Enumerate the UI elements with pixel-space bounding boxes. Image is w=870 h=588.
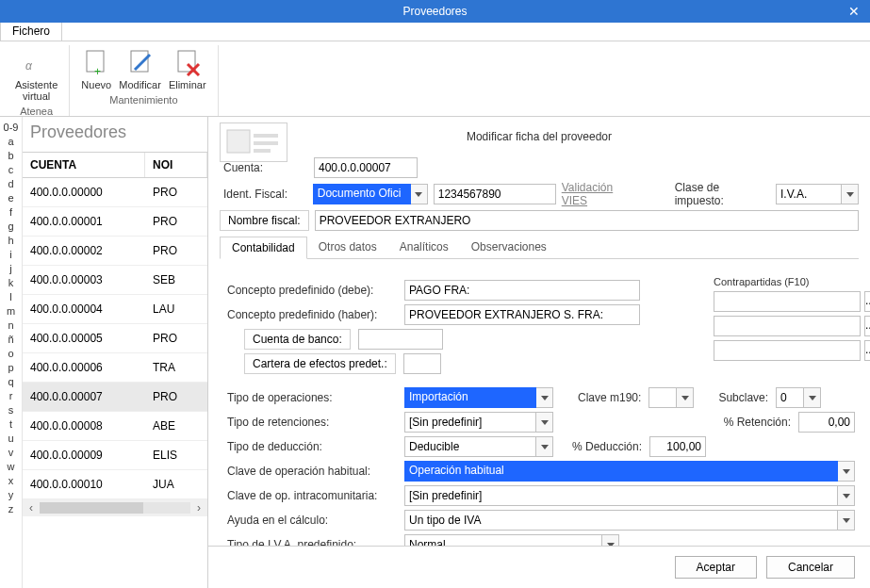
cancelar-button[interactable]: Cancelar	[766, 556, 855, 579]
banco-input[interactable]	[358, 329, 443, 350]
chevron-down-icon[interactable]	[838, 461, 855, 482]
aceptar-button[interactable]: Aceptar	[675, 556, 757, 579]
chevron-down-icon[interactable]	[677, 387, 694, 408]
table-row[interactable]: 400.0.0.00000PRO	[23, 178, 207, 207]
lbl-m190: Clave m190:	[578, 391, 641, 404]
nuevo-button[interactable]: + Nuevo	[77, 45, 115, 92]
alpha-a[interactable]: a	[0, 135, 22, 149]
alpha-i[interactable]: i	[0, 248, 22, 262]
chevron-down-icon[interactable]	[838, 510, 855, 531]
alpha-y[interactable]: y	[0, 488, 22, 502]
chevron-down-icon[interactable]	[536, 436, 553, 457]
alpha-g[interactable]: g	[0, 220, 22, 234]
chevron-down-icon[interactable]	[804, 387, 821, 408]
alpha-f[interactable]: f	[0, 205, 22, 220]
ayuda-select[interactable]	[404, 510, 838, 531]
vies-link[interactable]: Validación VIES	[562, 181, 641, 207]
alpha-q[interactable]: q	[0, 375, 22, 389]
alpha-u[interactable]: u	[0, 432, 22, 446]
debe-input[interactable]	[404, 280, 640, 301]
chevron-down-icon[interactable]	[602, 534, 619, 546]
nombre-input[interactable]	[315, 210, 859, 231]
table-row[interactable]: 400.0.0.00009ELIS	[23, 441, 207, 470]
tipo-ret-select[interactable]	[404, 412, 536, 433]
ribbon-tab-fichero[interactable]: Fichero	[0, 22, 62, 41]
alpha-j[interactable]: j	[0, 262, 22, 276]
alpha-w[interactable]: w	[0, 460, 22, 474]
alpha-ñ[interactable]: ñ	[0, 333, 22, 347]
chevron-down-icon[interactable]	[838, 485, 855, 506]
alpha-0-9[interactable]: 0-9	[0, 121, 22, 135]
alpha-c[interactable]: c	[0, 163, 22, 177]
tipo-op-select[interactable]: Importación	[404, 387, 536, 408]
image-placeholder[interactable]	[220, 122, 287, 162]
modificar-button[interactable]: Modificar	[115, 45, 165, 92]
table-row[interactable]: 400.0.0.00003SEB	[23, 266, 207, 295]
m190-input[interactable]	[648, 387, 677, 408]
alpha-b[interactable]: b	[0, 149, 22, 163]
scroll-thumb[interactable]	[40, 502, 143, 514]
dots-button[interactable]: ...	[864, 316, 870, 336]
dots-button[interactable]: ...	[864, 340, 870, 361]
alpha-n[interactable]: n	[0, 318, 22, 333]
alpha-d[interactable]: d	[0, 177, 22, 191]
alpha-v[interactable]: v	[0, 446, 22, 460]
chevron-down-icon[interactable]	[536, 387, 553, 408]
alpha-s[interactable]: s	[0, 403, 22, 417]
cartera-input[interactable]	[403, 353, 441, 374]
scroll-left-icon[interactable]: ‹	[23, 501, 40, 514]
table-row[interactable]: 400.0.0.00007PRO	[23, 383, 207, 412]
alpha-l[interactable]: l	[0, 290, 22, 304]
assistant-button[interactable]: α Asistente virtual	[11, 45, 61, 104]
iva-pred-select[interactable]	[404, 534, 602, 546]
clave-op-select[interactable]: Operación habitual	[404, 461, 838, 482]
dots-button[interactable]: ...	[864, 291, 870, 312]
cuenta-input[interactable]	[314, 157, 418, 178]
col-nombre[interactable]: NOI	[145, 153, 207, 177]
haber-input[interactable]	[404, 304, 640, 325]
tab-otros-datos[interactable]: Otros datos	[307, 237, 388, 258]
pded-input[interactable]	[649, 436, 706, 457]
close-icon[interactable]: ✕	[838, 0, 870, 23]
tab-analíticos[interactable]: Analíticos	[388, 237, 460, 258]
alpha-m[interactable]: m	[0, 304, 22, 318]
col-cuenta[interactable]: CUENTA	[23, 153, 145, 177]
alpha-h[interactable]: h	[0, 234, 22, 248]
table-row[interactable]: 400.0.0.00001PRO	[23, 207, 207, 237]
tab-observaciones[interactable]: Observaciones	[460, 237, 558, 258]
ident-tipo-select[interactable]: Documento Ofici	[313, 184, 411, 204]
contrap-input-2[interactable]	[714, 316, 861, 336]
pret-input[interactable]	[798, 412, 855, 433]
alpha-e[interactable]: e	[0, 191, 22, 205]
alpha-r[interactable]: r	[0, 389, 22, 403]
subclave-input[interactable]	[776, 387, 804, 408]
tab-contabilidad[interactable]: Contabilidad	[220, 237, 307, 259]
table-row[interactable]: 400.0.0.00006TRA	[23, 353, 207, 383]
ident-num-input[interactable]	[434, 184, 556, 204]
alpha-x[interactable]: x	[0, 474, 22, 488]
chevron-down-icon[interactable]	[411, 184, 428, 204]
contrap-input-1[interactable]	[714, 291, 861, 312]
chevron-down-icon[interactable]	[536, 412, 553, 433]
chevron-down-icon[interactable]	[842, 184, 859, 204]
alpha-k[interactable]: k	[0, 276, 22, 290]
contrap-input-3[interactable]	[714, 340, 861, 361]
table-row[interactable]: 400.0.0.00002PRO	[23, 237, 207, 266]
cell-nombre: SEB	[145, 266, 207, 294]
eliminar-label: Eliminar	[169, 79, 206, 90]
eliminar-button[interactable]: Eliminar	[165, 45, 210, 92]
alpha-o[interactable]: o	[0, 347, 22, 361]
table-row[interactable]: 400.0.0.00010JUA	[23, 470, 207, 499]
tipo-ded-select[interactable]	[404, 436, 536, 457]
clave-intra-select[interactable]	[404, 485, 838, 506]
horizontal-scrollbar[interactable]: ‹ ›	[23, 499, 207, 516]
scroll-track[interactable]	[40, 502, 190, 514]
table-row[interactable]: 400.0.0.00008ABE	[23, 412, 207, 441]
table-row[interactable]: 400.0.0.00005PRO	[23, 324, 207, 353]
clase-input[interactable]	[776, 184, 842, 204]
table-row[interactable]: 400.0.0.00004LAU	[23, 295, 207, 324]
alpha-z[interactable]: z	[0, 502, 22, 516]
alpha-p[interactable]: p	[0, 361, 22, 375]
alpha-t[interactable]: t	[0, 417, 22, 432]
scroll-right-icon[interactable]: ›	[190, 501, 207, 514]
